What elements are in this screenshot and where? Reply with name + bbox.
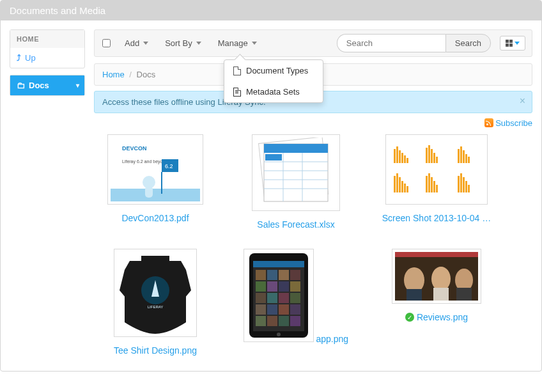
- sortby-label: Sort By: [165, 38, 192, 48]
- file-tile[interactable]: DEVCON Liferay 6.2 and beyond 6.2 DevCon…: [98, 134, 213, 230]
- toolbar: Add Sort By Manage Search: [94, 29, 532, 57]
- svg-rect-8: [145, 186, 153, 198]
- svg-rect-62: [267, 281, 277, 292]
- file-label: DevCon2013.pdf: [121, 213, 189, 223]
- file-thumbnail: [244, 249, 314, 342]
- file-thumbnail: DEVCON Liferay 6.2 and beyond 6.2: [107, 134, 203, 205]
- svg-rect-49: [463, 177, 465, 192]
- svg-rect-40: [404, 184, 406, 192]
- svg-rect-26: [426, 148, 428, 163]
- svg-rect-69: [256, 304, 266, 315]
- svg-rect-60: [290, 270, 300, 280]
- search-button[interactable]: Search: [445, 34, 491, 52]
- svg-rect-81: [407, 289, 422, 301]
- svg-rect-68: [290, 293, 300, 303]
- svg-rect-57: [256, 270, 266, 280]
- svg-rect-23: [401, 153, 403, 163]
- sidebar-up[interactable]: ⤴ Up: [10, 48, 84, 68]
- svg-rect-22: [399, 150, 401, 163]
- svg-rect-31: [458, 149, 460, 163]
- sortby-button[interactable]: Sort By: [159, 35, 208, 52]
- up-arrow-icon: ⤴: [17, 53, 21, 63]
- portlet-title: Documents and Media: [1, 1, 541, 20]
- svg-rect-83: [433, 288, 449, 301]
- file-thumbnail: [252, 134, 340, 211]
- sidebar-folder-docs[interactable]: 🗀 Docs ▾: [10, 75, 84, 95]
- svg-rect-41: [407, 186, 408, 192]
- caret-down-icon: [252, 42, 257, 45]
- manage-metadata-sets[interactable]: Metadata Sets: [224, 81, 323, 102]
- search-group: Search: [337, 34, 491, 52]
- svg-rect-76: [290, 316, 300, 326]
- svg-text:LIFERAY: LIFERAY: [148, 305, 164, 309]
- svg-rect-66: [267, 293, 277, 303]
- file-label: ✓ Reviews.png: [405, 312, 468, 322]
- manage-dropdown: Document Types Metadata Sets: [224, 59, 323, 103]
- folder-icon: 🗀: [17, 81, 25, 90]
- svg-rect-20: [394, 149, 396, 163]
- main-panel: Add Sort By Manage Search: [94, 29, 532, 362]
- svg-rect-75: [279, 316, 289, 326]
- svg-rect-61: [256, 281, 266, 292]
- svg-rect-85: [456, 288, 472, 301]
- view-toggle-button[interactable]: [500, 36, 525, 51]
- svg-rect-21: [396, 146, 398, 163]
- svg-rect-3: [111, 189, 200, 201]
- file-label: Screen Shot 2013-10-04 …: [382, 213, 491, 223]
- svg-point-77: [277, 333, 281, 336]
- alert-close-button[interactable]: ×: [520, 95, 525, 107]
- svg-rect-30: [436, 157, 438, 163]
- svg-rect-28: [431, 149, 433, 163]
- svg-rect-39: [401, 181, 403, 192]
- rss-icon: [484, 118, 493, 127]
- manage-button[interactable]: Manage: [212, 35, 263, 52]
- svg-rect-37: [396, 173, 398, 192]
- add-button[interactable]: Add: [118, 35, 155, 52]
- svg-rect-72: [290, 304, 300, 315]
- select-all-checkbox[interactable]: [102, 39, 111, 47]
- svg-rect-11: [264, 144, 328, 153]
- document-lines-icon: [233, 88, 241, 97]
- svg-rect-18: [265, 154, 282, 161]
- svg-rect-63: [279, 281, 289, 292]
- caret-down-icon: [196, 42, 201, 45]
- svg-rect-73: [256, 316, 266, 326]
- file-tile[interactable]: LIFERAY Tee Shirt Design.png: [98, 249, 213, 356]
- chevron-down-icon[interactable]: ▾: [76, 82, 79, 89]
- file-tile[interactable]: Screen Shot 2013-10-04 …: [379, 134, 494, 230]
- documents-media-portlet: Documents and Media HOME ⤴ Up 🗀 Docs ▾: [0, 0, 542, 372]
- search-input[interactable]: [337, 34, 445, 52]
- svg-rect-42: [426, 176, 428, 192]
- svg-rect-24: [404, 155, 406, 163]
- svg-rect-48: [460, 173, 462, 192]
- file-tile[interactable]: app.png: [238, 249, 353, 356]
- grid-icon: [506, 40, 513, 47]
- file-label: Tee Shirt Design.png: [114, 345, 197, 356]
- svg-rect-36: [394, 176, 396, 192]
- svg-rect-65: [256, 293, 266, 303]
- svg-point-82: [431, 267, 451, 291]
- file-tile[interactable]: ✓ Reviews.png: [379, 249, 494, 356]
- svg-rect-27: [428, 145, 430, 163]
- caret-down-icon: [515, 42, 520, 45]
- svg-rect-58: [267, 270, 277, 280]
- svg-rect-44: [431, 177, 433, 192]
- sidebar-home-header: HOME: [10, 30, 84, 48]
- svg-rect-25: [407, 158, 408, 163]
- svg-rect-45: [433, 181, 435, 192]
- svg-rect-33: [463, 150, 465, 163]
- svg-rect-38: [399, 177, 401, 192]
- svg-rect-50: [465, 181, 467, 192]
- manage-document-types[interactable]: Document Types: [224, 60, 323, 81]
- dropdown-item-label: Document Types: [246, 66, 308, 75]
- subscribe-link[interactable]: Subscribe: [495, 118, 532, 128]
- svg-rect-47: [458, 176, 460, 192]
- file-grid: DEVCON Liferay 6.2 and beyond 6.2 DevCon…: [94, 128, 532, 362]
- svg-rect-29: [433, 153, 435, 163]
- file-tile[interactable]: Sales Forecast.xlsx: [238, 134, 353, 230]
- manage-label: Manage: [218, 38, 248, 48]
- svg-rect-56: [253, 261, 304, 267]
- svg-rect-74: [267, 316, 277, 326]
- file-label: app.png: [316, 334, 349, 344]
- breadcrumb-home[interactable]: Home: [102, 70, 125, 79]
